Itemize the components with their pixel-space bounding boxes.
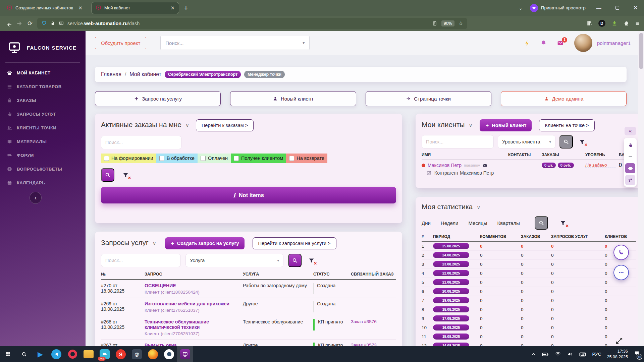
stats-row[interactable]: 3 23.08.2025 0 0 0 0: [422, 260, 636, 269]
dev-app[interactable]: @: [129, 346, 145, 362]
sidebar-item[interactable]: МОЙ КАБИНЕТ: [0, 66, 86, 80]
sidebar-item[interactable]: КАТАЛОГ ТОВАРОВ: [0, 80, 86, 94]
eye-icon[interactable]: [625, 163, 635, 173]
messages-envelope-icon[interactable]: 1: [556, 40, 564, 47]
stats-period-badge[interactable]: 20.08.2025: [433, 288, 469, 294]
clients-clear-filter-button[interactable]: ✕: [577, 136, 587, 147]
linked-order-link[interactable]: Заказ #3576: [351, 319, 396, 324]
stats-period-badge[interactable]: 17.08.2025: [433, 315, 469, 321]
tray-chevron-up-icon[interactable]: [531, 352, 536, 357]
file-explorer-app[interactable]: [80, 346, 97, 362]
media-player-app[interactable]: ▶: [32, 346, 48, 362]
status-checkbox[interactable]: [159, 156, 164, 161]
back-icon[interactable]: [5, 20, 11, 27]
stats-period-tab[interactable]: Дни: [422, 220, 431, 226]
request-client[interactable]: Клиент (client2706251037): [145, 308, 239, 313]
tab-active[interactable]: Мой кабинет ✕: [91, 2, 179, 14]
phone-callback-button[interactable]: [613, 245, 629, 260]
falcon-service-app[interactable]: [177, 346, 193, 362]
language-indicator[interactable]: РУС: [592, 352, 601, 357]
service-requests-title[interactable]: Запросы услуг: [101, 239, 149, 248]
sidebar-item[interactable]: ВОПРОСЫ/ОТВЕТЫ: [0, 162, 86, 176]
new-tab-button[interactable]: +: [184, 4, 188, 12]
tracking-shield-icon[interactable]: [41, 20, 47, 26]
opera-app[interactable]: [64, 346, 80, 362]
stats-row[interactable]: 11 15.08.2025 0 0 0 0: [422, 332, 636, 341]
battery-icon[interactable]: [542, 351, 549, 358]
requests-clear-filter-button[interactable]: ✕: [306, 255, 316, 266]
tab-close-icon[interactable]: ✕: [170, 5, 175, 11]
stats-period-badge[interactable]: 16.08.2025: [433, 324, 469, 330]
brand-logo[interactable]: FALCON SERVICE: [0, 31, 86, 62]
zoom-level[interactable]: 90%: [441, 20, 454, 26]
status-filter-chip[interactable]: В обработке: [156, 154, 198, 163]
touch-keyboard-icon[interactable]: [579, 351, 586, 358]
breadcrumb-home-link[interactable]: Главная: [101, 71, 121, 77]
lock-icon[interactable]: [50, 21, 55, 26]
minus-icon[interactable]: [625, 152, 635, 162]
status-filter-chip[interactable]: На возврате: [286, 154, 327, 163]
hand-pointer-icon[interactable]: [625, 140, 635, 150]
client-name-link[interactable]: Максимов Петр: [428, 163, 462, 168]
start-button[interactable]: [0, 346, 16, 362]
request-row[interactable]: #268 от10.08.2025 Техническое обслуживан…: [101, 316, 396, 340]
client-row[interactable]: Максимов Петр marsimov 0 шт. 0 руб. Не з…: [422, 160, 636, 168]
status-checkbox[interactable]: [201, 156, 206, 161]
scrollbar-thumb[interactable]: [639, 33, 643, 69]
chevron-down-icon[interactable]: ∨: [153, 240, 156, 246]
reload-icon[interactable]: ⟳: [28, 20, 33, 27]
permissions-icon[interactable]: [59, 21, 64, 26]
sidebar-item[interactable]: КАЛЕНДАРЬ: [0, 176, 86, 190]
taskbar-search-button[interactable]: [16, 346, 32, 362]
demo-admin-button[interactable]: Демо админа: [501, 91, 627, 106]
status-filter-chip[interactable]: Оплачен: [198, 154, 231, 163]
requests-search-input[interactable]: [101, 254, 181, 267]
goto-requests-button[interactable]: Перейти к запросам на услуги >: [253, 237, 336, 249]
chevron-down-icon[interactable]: ∨: [185, 122, 189, 128]
telegram-app[interactable]: [48, 346, 64, 362]
extensions-icon[interactable]: [624, 20, 630, 26]
active-orders-title[interactable]: Активные заказы на мне: [101, 121, 181, 130]
chevron-down-icon[interactable]: ∨: [469, 122, 472, 128]
stats-search-button[interactable]: [535, 216, 548, 230]
stats-period-badge[interactable]: 18.08.2025: [433, 306, 469, 312]
swap-arrows-icon[interactable]: [625, 175, 635, 185]
request-title-link[interactable]: Техническое обслуживание климатической т…: [145, 319, 209, 330]
stats-row[interactable]: 2 24.08.2025 0 0 0 0: [422, 251, 636, 260]
request-row[interactable]: #270 от18.08.2025 ОСВЕЩЕНИЕ Клиент (clie…: [101, 280, 396, 298]
stats-period-badge[interactable]: 19.08.2025: [433, 297, 469, 303]
minimize-button[interactable]: —: [593, 5, 605, 11]
account-icon[interactable]: D: [598, 20, 605, 27]
request-title-link[interactable]: ОСВЕЩЕНИЕ: [145, 283, 176, 288]
clients-search-button[interactable]: [559, 135, 573, 148]
messenger-app[interactable]: 744: [97, 346, 113, 362]
menu-icon[interactable]: ≡: [636, 20, 639, 27]
volume-icon[interactable]: [567, 351, 573, 357]
url-bar[interactable]: service.web-automation.ru/dash 90% ☆: [37, 18, 467, 29]
restore-button[interactable]: [612, 5, 623, 11]
chevron-down-icon[interactable]: ∨: [477, 204, 480, 210]
status-checkbox[interactable]: [104, 156, 109, 161]
service-filter-select[interactable]: Услуга ▾: [185, 254, 283, 267]
downloads-icon[interactable]: [611, 20, 618, 26]
forward-icon[interactable]: [16, 20, 23, 27]
stats-period-tab[interactable]: Недели: [441, 220, 459, 226]
fullscreen-expand-icon[interactable]: [615, 337, 623, 345]
clock[interactable]: 17:36 25.08.2025: [607, 349, 628, 360]
stats-period-badge[interactable]: 14.08.2025: [433, 343, 469, 346]
avatar[interactable]: [574, 34, 592, 52]
library-icon[interactable]: [586, 20, 592, 26]
stats-period-badge[interactable]: 21.08.2025: [433, 279, 469, 285]
tab-list-chevron-icon[interactable]: ⌄: [519, 5, 523, 11]
stats-row[interactable]: 7 19.08.2025 0 0 0 0: [422, 296, 636, 305]
client-agent-row[interactable]: Контрагент Максимов Петр: [422, 168, 636, 176]
goto-orders-button[interactable]: Перейти к заказам >: [196, 119, 254, 131]
new-client-button[interactable]: Новый клиент: [230, 91, 356, 106]
client-level-select[interactable]: Уровень клиента ▾: [498, 135, 555, 148]
wifi-icon[interactable]: [555, 351, 561, 357]
notification-center-button[interactable]: 10: [634, 350, 640, 358]
close-button[interactable]: ✕: [630, 4, 641, 11]
stats-row[interactable]: 6 20.08.2025 0 0 0 0: [422, 287, 636, 296]
notifications-bell-icon[interactable]: [540, 40, 547, 47]
username[interactable]: pointmanager1: [597, 40, 631, 46]
